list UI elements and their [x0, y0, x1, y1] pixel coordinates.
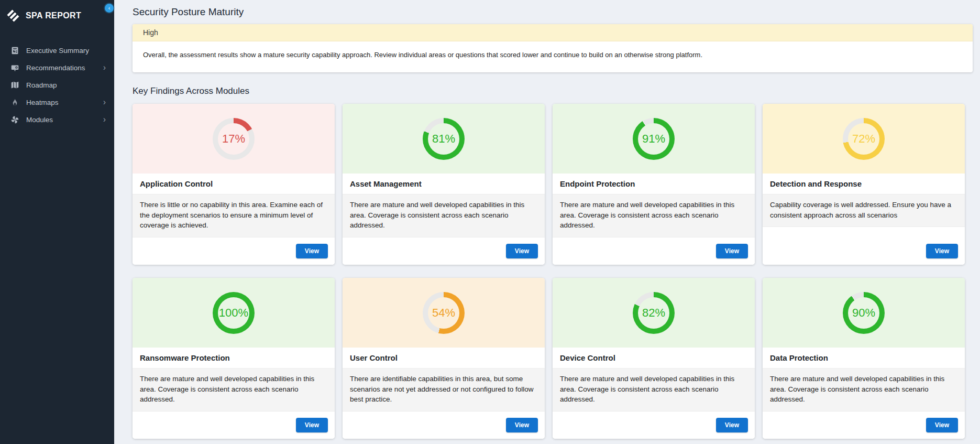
score-percent-label: 91% [642, 132, 665, 146]
findings-heading: Key Findings Across Modules [133, 86, 973, 96]
score-donut-chart: 91% [633, 118, 675, 160]
module-title: User Control [343, 348, 545, 369]
module-description: There are identifiable capabilities in t… [343, 369, 545, 411]
score-percent-label: 17% [222, 132, 245, 146]
map-icon [10, 81, 19, 90]
module-description: There is little or no capability in this… [133, 194, 335, 237]
modules-icon [10, 115, 19, 124]
card-footer: View [763, 411, 965, 439]
view-button[interactable]: View [506, 418, 538, 432]
flame-icon [10, 98, 19, 107]
recommendations-icon [10, 63, 19, 72]
sidebar-item-label: Roadmap [26, 81, 106, 89]
card-footer: View [553, 237, 755, 265]
module-title: Application Control [133, 174, 335, 194]
view-button[interactable]: View [926, 244, 958, 258]
card-footer: View [553, 411, 755, 439]
score-percent-label: 54% [432, 306, 455, 320]
score-percent-label: 82% [642, 306, 665, 320]
module-cards-grid: 17% Application Control There is little … [133, 104, 973, 439]
maturity-card: High Overall, the assessment results sho… [133, 24, 973, 72]
module-title: Endpoint Protection [553, 174, 755, 194]
score-chart-section: 82% [553, 278, 755, 348]
main-content: Security Posture Maturity High Overall, … [114, 0, 980, 444]
score-chart-section: 100% [133, 278, 335, 348]
view-button[interactable]: View [716, 418, 748, 432]
module-card: 72% Detection and Response Capability co… [763, 104, 965, 265]
module-description: Capability coverage is well addressed. E… [763, 194, 965, 227]
card-footer: View [343, 237, 545, 265]
report-icon [10, 46, 19, 55]
view-button[interactable]: View [296, 418, 328, 432]
module-title: Ransomware Protection [133, 348, 335, 369]
score-chart-section: 72% [763, 104, 965, 174]
card-footer: View [133, 411, 335, 439]
sidebar-item-label: Executive Summary [26, 47, 106, 55]
maturity-level-badge: High [133, 24, 973, 41]
module-card: 90% Data Protection There are mature and… [763, 278, 965, 439]
card-footer: View [133, 237, 335, 265]
module-description: There are mature and well developed capa… [133, 369, 335, 411]
brand: SPA REPORT [0, 5, 114, 27]
view-button[interactable]: View [716, 244, 748, 258]
module-description: There are mature and well developed capa… [553, 369, 755, 411]
sidebar-item-label: Heatmaps [26, 99, 103, 106]
module-description: There are mature and well developed capa… [553, 194, 755, 237]
module-title: Data Protection [763, 348, 965, 369]
score-chart-section: 91% [553, 104, 755, 174]
sidebar-menu: Executive Summary Recommendations › Road… [0, 42, 114, 128]
module-card: 17% Application Control There is little … [133, 104, 335, 265]
score-chart-section: 90% [763, 278, 965, 348]
module-card: 100% Ransomware Protection There are mat… [133, 278, 335, 439]
score-donut-chart: 81% [423, 118, 465, 160]
module-description: There are mature and well developed capa… [763, 369, 965, 411]
module-card: 91% Endpoint Protection There are mature… [553, 104, 755, 265]
chevron-right-icon: › [103, 98, 106, 107]
score-donut-chart: 72% [843, 118, 885, 160]
card-footer: View [343, 411, 545, 439]
card-footer: View [763, 227, 965, 265]
view-button[interactable]: View [296, 244, 328, 258]
chevron-right-icon: › [103, 63, 106, 73]
sidebar-item-heatmaps[interactable]: Heatmaps › [0, 94, 114, 111]
page-title: Security Posture Maturity [133, 6, 973, 18]
score-donut-chart: 54% [423, 292, 465, 334]
score-percent-label: 90% [852, 306, 875, 320]
score-chart-section: 81% [343, 104, 545, 174]
module-card: 54% User Control There are identifiable … [343, 278, 545, 439]
sidebar-item-recommendations[interactable]: Recommendations › [0, 59, 114, 77]
sidebar-item-executive-summary[interactable]: Executive Summary [0, 42, 114, 59]
score-percent-label: 81% [432, 132, 455, 146]
sidebar-item-label: Recommendations [26, 64, 103, 72]
score-donut-chart: 17% [213, 118, 255, 160]
view-button[interactable]: View [506, 244, 538, 258]
sidebar-item-roadmap[interactable]: Roadmap [0, 77, 114, 94]
brand-name: SPA REPORT [26, 11, 81, 20]
module-card: 82% Device Control There are mature and … [553, 278, 755, 439]
maturity-summary: Overall, the assessment results show a m… [133, 41, 973, 72]
module-card: 81% Asset Management There are mature an… [343, 104, 545, 265]
score-donut-chart: 100% [213, 292, 255, 334]
score-chart-section: 54% [343, 278, 545, 348]
score-percent-label: 72% [852, 132, 875, 146]
score-donut-chart: 90% [843, 292, 885, 334]
chevron-right-icon: › [103, 115, 106, 125]
view-button[interactable]: View [926, 418, 958, 432]
module-description: There are mature and well developed capa… [343, 194, 545, 237]
brand-logo-icon [6, 9, 20, 22]
score-donut-chart: 82% [633, 292, 675, 334]
sidebar-item-label: Modules [26, 116, 103, 124]
module-title: Detection and Response [763, 174, 965, 194]
sidebar-collapse-button[interactable]: ‹ [105, 4, 114, 13]
chevron-left-icon: ‹ [108, 5, 111, 11]
sidebar: SPA REPORT ‹ Executive Summary Recommend… [0, 0, 114, 444]
module-title: Device Control [553, 348, 755, 369]
score-percent-label: 100% [219, 306, 248, 320]
score-chart-section: 17% [133, 104, 335, 174]
sidebar-item-modules[interactable]: Modules › [0, 111, 114, 128]
module-title: Asset Management [343, 174, 545, 194]
